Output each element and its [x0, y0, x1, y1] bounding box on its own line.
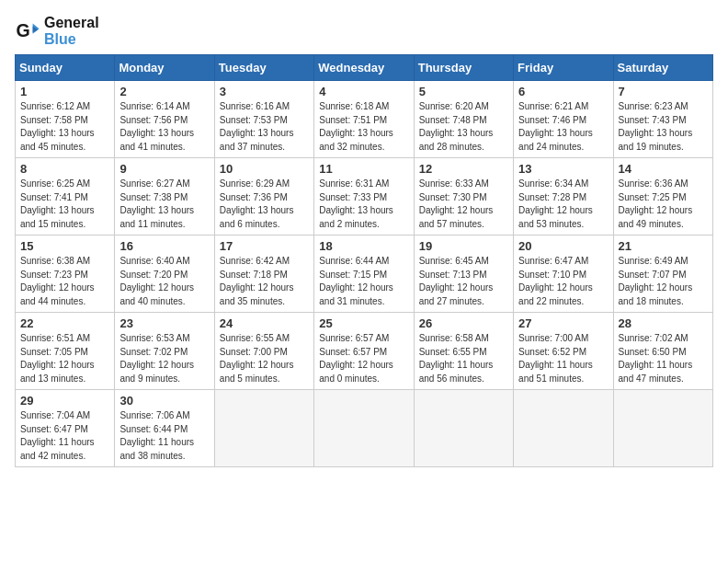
day-info: Sunrise: 6:45 AMSunset: 7:13 PMDaylight:…	[419, 256, 494, 306]
day-info: Sunrise: 6:21 AMSunset: 7:46 PMDaylight:…	[518, 101, 593, 152]
day-number: 11	[319, 162, 408, 176]
day-number: 16	[119, 239, 209, 253]
day-header-tuesday: Tuesday	[214, 55, 313, 81]
day-number: 18	[319, 239, 408, 253]
day-number: 30	[119, 394, 209, 408]
day-info: Sunrise: 6:55 AMSunset: 7:00 PMDaylight:…	[220, 333, 294, 384]
day-info: Sunrise: 6:51 AMSunset: 7:05 PMDaylight:…	[20, 333, 95, 384]
day-number: 25	[319, 316, 408, 330]
calendar-cell: 12 Sunrise: 6:33 AMSunset: 7:30 PMDaylig…	[414, 158, 513, 236]
calendar-cell: 5 Sunrise: 6:20 AMSunset: 7:48 PMDayligh…	[414, 81, 513, 158]
day-number: 8	[20, 162, 109, 176]
day-info: Sunrise: 6:31 AMSunset: 7:33 PMDaylight:…	[319, 178, 393, 229]
day-info: Sunrise: 6:36 AMSunset: 7:25 PMDaylight:…	[619, 178, 693, 229]
day-info: Sunrise: 7:00 AMSunset: 6:52 PMDaylight:…	[518, 333, 593, 384]
calendar-cell: 7 Sunrise: 6:23 AMSunset: 7:43 PMDayligh…	[613, 81, 712, 158]
day-header-monday: Monday	[115, 55, 214, 81]
calendar-cell: 20 Sunrise: 6:47 AMSunset: 7:10 PMDaylig…	[514, 236, 613, 313]
calendar-cell: 10 Sunrise: 6:29 AMSunset: 7:36 PMDaylig…	[214, 158, 313, 236]
day-number: 26	[419, 316, 508, 330]
calendar-cell: 1 Sunrise: 6:12 AMSunset: 7:58 PMDayligh…	[16, 81, 115, 158]
day-header-wednesday: Wednesday	[314, 55, 414, 81]
calendar-cell	[214, 390, 313, 467]
day-info: Sunrise: 6:49 AMSunset: 7:07 PMDaylight:…	[619, 256, 693, 306]
calendar-cell: 25 Sunrise: 6:57 AMSunset: 6:57 PMDaylig…	[314, 313, 414, 390]
day-number: 29	[20, 394, 109, 408]
calendar-cell: 16 Sunrise: 6:40 AMSunset: 7:20 PMDaylig…	[115, 236, 214, 313]
calendar-cell: 19 Sunrise: 6:45 AMSunset: 7:13 PMDaylig…	[414, 236, 513, 313]
calendar-cell: 13 Sunrise: 6:34 AMSunset: 7:28 PMDaylig…	[514, 158, 613, 236]
svg-text:G: G	[16, 19, 29, 40]
day-number: 19	[419, 239, 508, 253]
logo: G General Blue	[15, 15, 99, 47]
day-info: Sunrise: 6:14 AMSunset: 7:56 PMDaylight:…	[119, 101, 194, 152]
day-number: 3	[220, 85, 309, 98]
day-info: Sunrise: 6:42 AMSunset: 7:18 PMDaylight:…	[220, 256, 294, 306]
day-number: 4	[319, 85, 408, 98]
day-info: Sunrise: 6:27 AMSunset: 7:38 PMDaylight:…	[119, 178, 194, 229]
day-header-friday: Friday	[514, 55, 613, 81]
day-info: Sunrise: 6:57 AMSunset: 6:57 PMDaylight:…	[319, 333, 393, 384]
calendar-cell	[514, 390, 613, 467]
calendar-cell	[613, 390, 712, 467]
calendar-cell: 15 Sunrise: 6:38 AMSunset: 7:23 PMDaylig…	[16, 236, 115, 313]
day-info: Sunrise: 6:29 AMSunset: 7:36 PMDaylight:…	[220, 178, 294, 229]
day-info: Sunrise: 6:47 AMSunset: 7:10 PMDaylight:…	[518, 256, 593, 306]
week-row-1: 1 Sunrise: 6:12 AMSunset: 7:58 PMDayligh…	[16, 81, 713, 158]
day-info: Sunrise: 6:40 AMSunset: 7:20 PMDaylight:…	[119, 256, 194, 306]
calendar-cell	[414, 390, 513, 467]
day-number: 14	[619, 162, 708, 176]
calendar-cell: 6 Sunrise: 6:21 AMSunset: 7:46 PMDayligh…	[514, 81, 613, 158]
calendar-cell	[314, 390, 414, 467]
day-info: Sunrise: 6:25 AMSunset: 7:41 PMDaylight:…	[20, 178, 95, 229]
day-number: 2	[119, 85, 209, 98]
day-info: Sunrise: 6:38 AMSunset: 7:23 PMDaylight:…	[20, 256, 95, 306]
logo-text: General Blue	[44, 15, 99, 47]
day-number: 10	[220, 162, 309, 176]
day-number: 12	[419, 162, 508, 176]
day-number: 21	[619, 239, 708, 253]
calendar-cell: 18 Sunrise: 6:44 AMSunset: 7:15 PMDaylig…	[314, 236, 414, 313]
day-number: 24	[220, 316, 309, 330]
calendar-cell: 3 Sunrise: 6:16 AMSunset: 7:53 PMDayligh…	[214, 81, 313, 158]
calendar-cell: 9 Sunrise: 6:27 AMSunset: 7:38 PMDayligh…	[115, 158, 214, 236]
day-info: Sunrise: 6:44 AMSunset: 7:15 PMDaylight:…	[319, 256, 393, 306]
day-number: 7	[619, 85, 708, 98]
calendar: SundayMondayTuesdayWednesdayThursdayFrid…	[15, 54, 713, 467]
day-number: 15	[20, 239, 109, 253]
day-number: 1	[20, 85, 109, 98]
calendar-cell: 29 Sunrise: 7:04 AMSunset: 6:47 PMDaylig…	[16, 390, 115, 467]
week-row-5: 29 Sunrise: 7:04 AMSunset: 6:47 PMDaylig…	[16, 390, 713, 467]
calendar-cell: 30 Sunrise: 7:06 AMSunset: 6:44 PMDaylig…	[115, 390, 214, 467]
calendar-cell: 23 Sunrise: 6:53 AMSunset: 7:02 PMDaylig…	[115, 313, 214, 390]
day-info: Sunrise: 7:06 AMSunset: 6:44 PMDaylight:…	[119, 410, 194, 461]
calendar-cell: 21 Sunrise: 6:49 AMSunset: 7:07 PMDaylig…	[613, 236, 712, 313]
day-info: Sunrise: 6:16 AMSunset: 7:53 PMDaylight:…	[220, 101, 294, 152]
calendar-cell: 28 Sunrise: 7:02 AMSunset: 6:50 PMDaylig…	[613, 313, 712, 390]
day-number: 27	[518, 316, 608, 330]
header-row: SundayMondayTuesdayWednesdayThursdayFrid…	[16, 55, 713, 81]
day-number: 9	[119, 162, 209, 176]
week-row-4: 22 Sunrise: 6:51 AMSunset: 7:05 PMDaylig…	[16, 313, 713, 390]
day-header-sunday: Sunday	[16, 55, 115, 81]
day-number: 6	[518, 85, 608, 98]
calendar-cell: 2 Sunrise: 6:14 AMSunset: 7:56 PMDayligh…	[115, 81, 214, 158]
day-info: Sunrise: 6:18 AMSunset: 7:51 PMDaylight:…	[319, 101, 393, 152]
calendar-cell: 27 Sunrise: 7:00 AMSunset: 6:52 PMDaylig…	[514, 313, 613, 390]
calendar-cell: 24 Sunrise: 6:55 AMSunset: 7:00 PMDaylig…	[214, 313, 313, 390]
week-row-2: 8 Sunrise: 6:25 AMSunset: 7:41 PMDayligh…	[16, 158, 713, 236]
day-number: 28	[619, 316, 708, 330]
calendar-cell: 8 Sunrise: 6:25 AMSunset: 7:41 PMDayligh…	[16, 158, 115, 236]
day-header-thursday: Thursday	[414, 55, 513, 81]
logo-icon: G	[15, 18, 40, 44]
day-number: 13	[518, 162, 608, 176]
calendar-cell: 26 Sunrise: 6:58 AMSunset: 6:55 PMDaylig…	[414, 313, 513, 390]
day-number: 20	[518, 239, 608, 253]
page-header: G General Blue	[15, 15, 713, 47]
calendar-cell: 17 Sunrise: 6:42 AMSunset: 7:18 PMDaylig…	[214, 236, 313, 313]
day-info: Sunrise: 7:04 AMSunset: 6:47 PMDaylight:…	[20, 410, 95, 461]
day-info: Sunrise: 6:58 AMSunset: 6:55 PMDaylight:…	[419, 333, 494, 384]
day-info: Sunrise: 6:34 AMSunset: 7:28 PMDaylight:…	[518, 178, 593, 229]
calendar-cell: 22 Sunrise: 6:51 AMSunset: 7:05 PMDaylig…	[16, 313, 115, 390]
day-number: 5	[419, 85, 508, 98]
